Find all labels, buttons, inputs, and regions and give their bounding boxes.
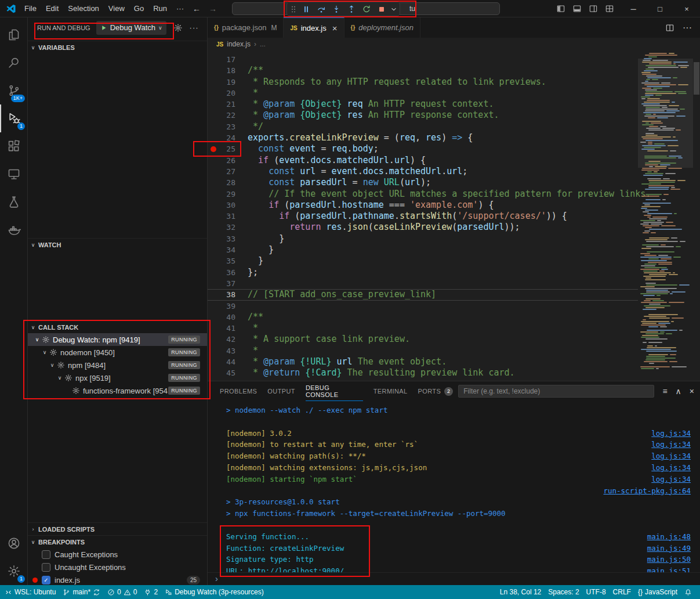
- breakpoint-item[interactable]: Uncaught Exceptions: [28, 561, 207, 573]
- source-link[interactable]: main.js:51: [647, 565, 691, 572]
- problems-indicator[interactable]: 0 0: [104, 585, 140, 599]
- encoding[interactable]: UTF-8: [583, 585, 610, 599]
- gutter-20[interactable]: 20: [208, 88, 248, 99]
- gutter-43[interactable]: 43: [208, 345, 248, 356]
- maximize-panel-icon[interactable]: ∧: [676, 387, 681, 396]
- start-debugging-icon[interactable]: [100, 24, 107, 31]
- activity-account[interactable]: [0, 529, 27, 557]
- chevron-down-icon[interactable]: ∨: [40, 349, 49, 355]
- source-link[interactable]: log.js:34: [651, 439, 691, 450]
- gutter-32[interactable]: 32: [208, 222, 248, 233]
- layout-sidebar-left-icon[interactable]: [556, 4, 565, 13]
- gutter-40[interactable]: 40: [208, 312, 248, 323]
- menu-selection[interactable]: Selection: [63, 4, 103, 13]
- call-stack-item[interactable]: functions-framework [954...RUNNING: [28, 384, 207, 397]
- activity-explorer[interactable]: [0, 21, 27, 49]
- gutter-25[interactable]: 25: [208, 143, 248, 154]
- gutter-33[interactable]: 33: [208, 233, 248, 244]
- call-stack-header[interactable]: ∨ CALL STACK: [28, 320, 207, 333]
- more-actions-icon[interactable]: ···: [683, 23, 692, 33]
- call-stack-item[interactable]: ∨npx [9519]RUNNING: [28, 371, 207, 384]
- step-into-button[interactable]: [329, 3, 344, 16]
- source-link[interactable]: log.js:34: [651, 428, 691, 439]
- menu-view[interactable]: View: [104, 4, 129, 13]
- chevron-down-icon[interactable]: ∨: [48, 362, 57, 368]
- gutter-30[interactable]: 30: [208, 200, 248, 211]
- source-link[interactable]: main.js:48: [647, 531, 691, 543]
- eol-sequence[interactable]: CRLF: [610, 585, 634, 599]
- gutter-29[interactable]: 29: [208, 189, 248, 200]
- minimize-button[interactable]: ─: [620, 0, 647, 17]
- code-editor[interactable]: 1718/**19 * Responds to any HTTP request…: [208, 54, 638, 379]
- breakpoint-checkbox[interactable]: [42, 550, 50, 559]
- loaded-scripts-header[interactable]: › LOADED SCRIPTS: [28, 522, 207, 535]
- source-link[interactable]: log.js:34: [651, 474, 691, 485]
- menu-run[interactable]: Run: [148, 4, 172, 13]
- ports-indicator[interactable]: 2: [140, 585, 161, 599]
- step-over-button[interactable]: [314, 3, 329, 16]
- variables-header[interactable]: ∨ VARIABLES: [28, 41, 207, 53]
- notifications-bell[interactable]: [681, 585, 695, 599]
- breakpoint-item[interactable]: ✓index.js25: [28, 573, 207, 586]
- activity-source-control[interactable]: 1K+: [0, 77, 27, 104]
- call-stack-item[interactable]: ∨npm [9484]RUNNING: [28, 359, 207, 371]
- gutter-36[interactable]: 36: [208, 267, 248, 278]
- activity-settings[interactable]: 1: [0, 557, 27, 585]
- panel-tab-ports[interactable]: PORTS2: [413, 381, 459, 401]
- remote-indicator[interactable]: WSL: Ubuntu: [1, 585, 59, 599]
- breakpoint-checkbox[interactable]: ✓: [42, 576, 50, 584]
- source-link[interactable]: log.js:34: [651, 462, 691, 474]
- source-link[interactable]: main.js:50: [647, 554, 691, 565]
- activity-run-and-debug[interactable]: 1: [0, 104, 27, 132]
- breadcrumb[interactable]: JS index.js › ...: [208, 38, 700, 50]
- layout-sidebar-right-icon[interactable]: [589, 4, 598, 13]
- chevron-down-icon[interactable]: ∨: [32, 337, 42, 342]
- gutter-27[interactable]: 27: [208, 166, 248, 177]
- debug-console-prompt[interactable]: ›: [208, 572, 700, 585]
- breakpoint-checkbox[interactable]: [42, 563, 50, 572]
- source-link[interactable]: main.js:49: [647, 543, 691, 554]
- close-button[interactable]: ×: [673, 0, 700, 17]
- menu-edit[interactable]: Edit: [41, 4, 63, 13]
- close-tab-icon[interactable]: ×: [332, 23, 338, 33]
- breakpoints-header[interactable]: ∨ BREAKPOINTS: [28, 535, 207, 548]
- gutter-38[interactable]: 38: [208, 289, 248, 300]
- gutter-22[interactable]: 22: [208, 110, 248, 121]
- activity-search[interactable]: [0, 49, 27, 77]
- pause-button[interactable]: [299, 3, 314, 16]
- debug-status[interactable]: Debug Watch (3p-resources): [161, 585, 267, 599]
- filter-options-icon[interactable]: ≡: [662, 387, 667, 396]
- breakpoint-dot-icon[interactable]: [211, 146, 216, 152]
- menu-overflow[interactable]: ···: [172, 4, 188, 13]
- call-stack-item[interactable]: ∨Debug Watch: npm [9419]RUNNING: [28, 333, 207, 346]
- minimap[interactable]: [638, 50, 693, 381]
- stop-button[interactable]: [374, 3, 389, 16]
- layout-panel-icon[interactable]: [572, 4, 582, 13]
- call-stack-item[interactable]: ∨nodemon [9450]RUNNING: [28, 346, 207, 359]
- tab-index.js[interactable]: JSindex.js×: [284, 17, 344, 38]
- activity-testing[interactable]: [0, 188, 27, 216]
- layout-grid-icon[interactable]: [605, 4, 614, 13]
- gutter-44[interactable]: 44: [208, 356, 248, 367]
- activity-docker[interactable]: [0, 216, 27, 244]
- close-panel-icon[interactable]: ×: [690, 387, 694, 396]
- gutter-23[interactable]: 23: [208, 121, 248, 132]
- forward-icon[interactable]: →: [209, 4, 217, 13]
- gutter-26[interactable]: 26: [208, 155, 248, 166]
- gutter-28[interactable]: 28: [208, 177, 248, 188]
- panel-tab-terminal[interactable]: TERMINAL: [368, 381, 413, 401]
- watch-header[interactable]: ∨ WATCH: [28, 238, 207, 251]
- activity-remote-explorer[interactable]: [0, 160, 27, 188]
- source-link[interactable]: log.js:34: [651, 450, 691, 462]
- source-link[interactable]: run-script-pkg.js:64: [603, 485, 691, 497]
- maximize-button[interactable]: □: [647, 0, 673, 17]
- gutter-41[interactable]: 41: [208, 323, 248, 334]
- editor-scrollbar[interactable]: [694, 62, 699, 95]
- gutter-45[interactable]: 45: [208, 367, 248, 378]
- gutter-37[interactable]: 37: [208, 278, 248, 289]
- gear-icon[interactable]: [173, 23, 183, 33]
- back-icon[interactable]: ←: [193, 4, 201, 13]
- tab-package.json[interactable]: {}package.jsonM: [208, 17, 284, 38]
- panel-tab-output[interactable]: OUTPUT: [262, 381, 300, 401]
- panel-tab-problems[interactable]: PROBLEMS: [215, 381, 262, 401]
